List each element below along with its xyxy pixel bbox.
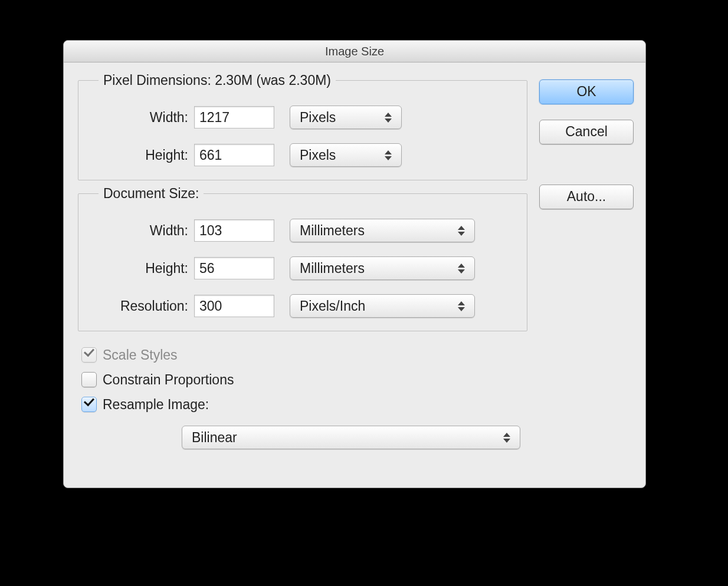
dialog-content: OK Cancel Auto... Pixel Dimensions: 2.30…: [64, 62, 645, 488]
doc-resolution-label: Resolution:: [90, 298, 194, 314]
pixel-height-row: Height: Pixels: [90, 141, 515, 169]
button-column: OK Cancel Auto...: [539, 80, 634, 209]
doc-width-input[interactable]: [194, 219, 274, 242]
pixel-dimensions-group: Pixel Dimensions: 2.30M (was 2.30M) Widt…: [78, 80, 527, 180]
pixel-height-unit-value: Pixels: [300, 147, 336, 163]
doc-width-label: Width:: [90, 223, 194, 239]
doc-height-row: Height: Millimeters: [90, 254, 515, 282]
constrain-proportions-checkbox[interactable]: [81, 372, 97, 387]
doc-height-label: Height:: [90, 261, 194, 276]
resample-method-dropdown[interactable]: Bilinear: [182, 426, 520, 449]
doc-resolution-row: Resolution: Pixels/Inch: [90, 292, 515, 320]
constrain-proportions-label: Constrain Proportions: [103, 372, 234, 388]
pixel-width-row: Width: Pixels: [90, 103, 515, 131]
scale-styles-label: Scale Styles: [103, 347, 178, 363]
document-size-group: Document Size: Width: Millimeters Height…: [78, 193, 527, 331]
scale-styles-checkbox: [81, 347, 97, 363]
pixel-height-input[interactable]: [194, 144, 274, 166]
ok-button[interactable]: OK: [539, 80, 634, 104]
doc-resolution-unit-value: Pixels/Inch: [300, 298, 365, 314]
resample-image-checkbox[interactable]: [81, 397, 97, 412]
window-title: Image Size: [325, 45, 384, 58]
spacer: [539, 160, 634, 169]
pixel-height-unit-dropdown[interactable]: Pixels: [290, 143, 402, 167]
left-column: Pixel Dimensions: 2.30M (was 2.30M) Widt…: [78, 80, 527, 449]
pixel-width-input[interactable]: [194, 106, 274, 129]
pixel-width-label: Width:: [90, 110, 194, 126]
doc-width-unit-value: Millimeters: [300, 223, 365, 239]
pixel-height-label: Height:: [90, 147, 194, 163]
cancel-button-label: Cancel: [565, 124, 608, 139]
updown-arrows-icon: [454, 257, 468, 279]
pixel-width-unit-value: Pixels: [300, 110, 336, 126]
doc-width-unit-dropdown[interactable]: Millimeters: [290, 219, 475, 242]
doc-height-input[interactable]: [194, 257, 274, 279]
image-size-dialog: Image Size OK Cancel Auto... Pixel Dimen…: [63, 40, 646, 488]
doc-height-unit-dropdown[interactable]: Millimeters: [290, 256, 475, 280]
scale-styles-row: Scale Styles: [78, 344, 527, 366]
doc-width-row: Width: Millimeters: [90, 216, 515, 245]
titlebar: Image Size: [64, 41, 645, 62]
cancel-button[interactable]: Cancel: [539, 120, 634, 144]
resample-image-row: Resample Image:: [78, 394, 527, 415]
updown-arrows-icon: [381, 106, 395, 129]
constrain-proportions-row: Constrain Proportions: [78, 369, 527, 390]
pixel-dimensions-legend: Pixel Dimensions: 2.30M (was 2.30M): [99, 73, 336, 88]
auto-button[interactable]: Auto...: [539, 185, 634, 209]
ok-button-label: OK: [576, 84, 596, 99]
document-size-legend: Document Size:: [99, 186, 204, 202]
updown-arrows-icon: [381, 144, 395, 166]
resample-image-label: Resample Image:: [103, 397, 209, 413]
doc-height-unit-value: Millimeters: [300, 261, 365, 276]
updown-arrows-icon: [454, 219, 468, 242]
resample-method-value: Bilinear: [192, 430, 237, 446]
auto-button-label: Auto...: [567, 189, 606, 204]
doc-resolution-input[interactable]: [194, 295, 274, 317]
updown-arrows-icon: [500, 426, 514, 449]
pixel-width-unit-dropdown[interactable]: Pixels: [290, 106, 402, 129]
doc-resolution-unit-dropdown[interactable]: Pixels/Inch: [290, 294, 475, 318]
updown-arrows-icon: [454, 295, 468, 317]
